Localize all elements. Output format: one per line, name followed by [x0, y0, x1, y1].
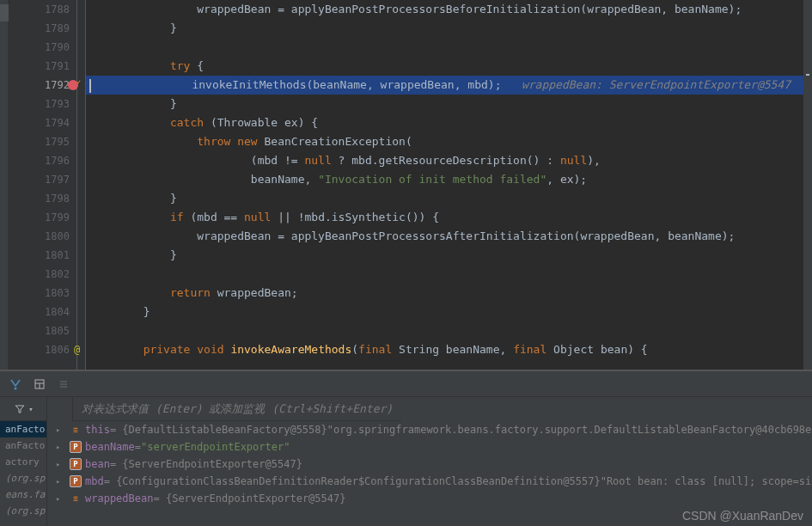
minimap-scrollbar[interactable]	[803, 0, 812, 370]
calculator-icon[interactable]	[33, 377, 46, 391]
left-tab-marker[interactable]	[0, 4, 9, 21]
code-line[interactable]: }	[86, 303, 812, 321]
minimap-marker	[806, 74, 809, 76]
variable-name: wrappedBean	[85, 492, 153, 505]
expand-arrow-icon[interactable]: ▸	[56, 443, 66, 451]
code-line[interactable]: try {	[86, 57, 812, 76]
gutter-line-number[interactable]: 1802	[9, 265, 76, 284]
fold-marker[interactable]	[77, 246, 85, 265]
gutter-line-number[interactable]: 1791	[9, 57, 76, 76]
variable-name: bean	[85, 458, 110, 470]
stack-frame-item[interactable]: (org.spri	[0, 503, 46, 519]
code-line[interactable]: }	[86, 189, 812, 208]
debug-toolbar	[0, 371, 812, 397]
filter-icon[interactable]	[13, 402, 27, 416]
gutter-line-number[interactable]: 1803	[9, 284, 76, 303]
list-icon[interactable]	[57, 377, 70, 391]
code-line[interactable]: wrappedBean = applyBeanPostProcessorsBef…	[86, 0, 812, 19]
fold-marker[interactable]	[77, 265, 85, 284]
fold-column[interactable]: @	[77, 0, 86, 370]
code-line[interactable]: private void invokeAwareMethods(final St…	[86, 340, 812, 359]
fold-marker[interactable]	[77, 19, 85, 38]
variable-name: mbd	[85, 475, 104, 487]
variable-row[interactable]: ▸Pmbd = {ConfigurationClassBeanDefinitio…	[47, 473, 812, 490]
dropdown-icon[interactable]: ▾	[28, 405, 33, 413]
gutter-line-number[interactable]: 1805	[9, 321, 76, 340]
gutter-line-number[interactable]: 1794	[9, 113, 76, 132]
code-line[interactable]: }	[86, 19, 812, 38]
line-gutter[interactable]: 1788178917901791179217931794179517961797…	[9, 0, 77, 370]
fold-marker[interactable]	[77, 57, 85, 76]
variable-row[interactable]: ▸≡wrappedBean = {ServerEndpointExporter@…	[47, 490, 812, 507]
fold-marker[interactable]	[77, 227, 85, 246]
code-line[interactable]: return wrappedBean;	[86, 284, 812, 303]
evaluate-expression-input[interactable]: 对表达式求值 (Enter) 或添加监视 (Ctrl+Shift+Enter)	[73, 397, 401, 421]
gutter-line-number[interactable]: 1796	[9, 151, 76, 170]
expand-arrow-icon[interactable]: ▸	[56, 460, 66, 468]
code-line[interactable]: catch (Throwable ex) {	[86, 113, 812, 132]
code-line[interactable]: throw new BeanCreationException(	[86, 132, 812, 151]
fold-marker[interactable]	[77, 95, 85, 113]
code-line[interactable]: wrappedBean = applyBeanPostProcessorsAft…	[86, 227, 812, 246]
code-line[interactable]	[86, 265, 812, 284]
variable-row[interactable]: ▸PbeanName = "serverEndpointExporter"	[47, 438, 812, 456]
fold-marker[interactable]	[77, 208, 85, 227]
stack-frame-item[interactable]: (org.spri	[0, 470, 46, 486]
frames-list: anFactoryanFactoryactory (or(org.spriean…	[0, 421, 46, 519]
variable-value: =	[135, 441, 141, 453]
fold-marker[interactable]	[77, 170, 85, 189]
fold-marker[interactable]	[77, 113, 85, 132]
variable-name: this	[85, 424, 110, 436]
object-icon: ≡	[70, 492, 82, 505]
variable-value: = {ServerEndpointExporter@5547}	[153, 492, 345, 505]
gutter-line-number[interactable]: 1797	[9, 170, 76, 189]
gutter-line-number[interactable]: 1806	[9, 340, 76, 359]
expand-arrow-icon[interactable]: ▸	[56, 477, 66, 486]
code-editor[interactable]: wrappedBean = applyBeanPostProcessorsBef…	[86, 0, 812, 370]
gutter-line-number[interactable]: 1798	[9, 189, 76, 208]
gutter-line-number[interactable]: 1793	[9, 95, 76, 113]
stack-frame-item[interactable]: actory (or	[0, 454, 46, 470]
gutter-line-number[interactable]: 1789	[9, 19, 76, 38]
fold-marker[interactable]	[77, 38, 85, 57]
gutter-line-number[interactable]: 1800	[9, 227, 76, 246]
gutter-line-number[interactable]: 1801	[9, 246, 76, 265]
variable-string: "serverEndpointExporter"	[141, 441, 290, 453]
expand-arrow-icon[interactable]: ▸	[56, 425, 66, 434]
expand-arrow-icon[interactable]: ▸	[56, 494, 66, 503]
gutter-line-number[interactable]: 1790	[9, 38, 76, 57]
breakpoint-icon[interactable]	[68, 80, 78, 90]
debug-body: ▾ anFactoryanFactoryactory (or(org.sprie…	[0, 397, 812, 526]
gutter-line-number[interactable]: 1799	[9, 208, 76, 227]
variable-row[interactable]: ▸Pbean = {ServerEndpointExporter@5547}	[47, 456, 812, 473]
code-line[interactable]: beanName, "Invocation of init method fai…	[86, 170, 812, 189]
step-into-icon[interactable]	[9, 377, 22, 391]
gutter-line-number[interactable]: 1804	[9, 303, 76, 321]
editor-pane: 1788178917901791179217931794179517961797…	[0, 0, 812, 370]
gutter-line-number[interactable]: 1795	[9, 132, 76, 151]
stack-frame-item[interactable]: anFactory	[0, 437, 46, 454]
variable-tostring: "org.springframework.beans.factory.suppo…	[327, 424, 812, 436]
fold-marker[interactable]	[77, 189, 85, 208]
fold-marker[interactable]	[77, 151, 85, 170]
stack-frame-item[interactable]: anFactory	[0, 421, 46, 437]
variable-row[interactable]: ▸≡this = {DefaultListableBeanFactory@555…	[47, 421, 812, 438]
code-line[interactable]	[86, 321, 812, 340]
fold-marker[interactable]	[77, 303, 85, 321]
fold-marker[interactable]	[77, 132, 85, 151]
code-line[interactable]	[86, 38, 812, 57]
fold-marker[interactable]	[77, 321, 85, 340]
variable-value: = {ConfigurationClassBeanDefinitionReade…	[104, 475, 601, 487]
stack-frame-item[interactable]: eans.facto	[0, 486, 46, 503]
code-line[interactable]: invokeInitMethods(beanName, wrappedBean,…	[86, 76, 812, 95]
parameter-icon: P	[70, 441, 82, 453]
code-line[interactable]: if (mbd == null || !mbd.isSynthetic()) {	[86, 208, 812, 227]
code-line[interactable]: (mbd != null ? mbd.getResourceDescriptio…	[86, 151, 812, 170]
gutter-line-number[interactable]: 1788	[9, 0, 76, 19]
fold-marker[interactable]	[77, 284, 85, 303]
fold-marker[interactable]	[77, 0, 85, 19]
variable-value: = {DefaultListableBeanFactory@5558}	[110, 424, 327, 436]
code-line[interactable]: }	[86, 95, 812, 113]
code-line[interactable]: }	[86, 246, 812, 265]
gutter-line-number[interactable]: 1792	[9, 76, 76, 95]
